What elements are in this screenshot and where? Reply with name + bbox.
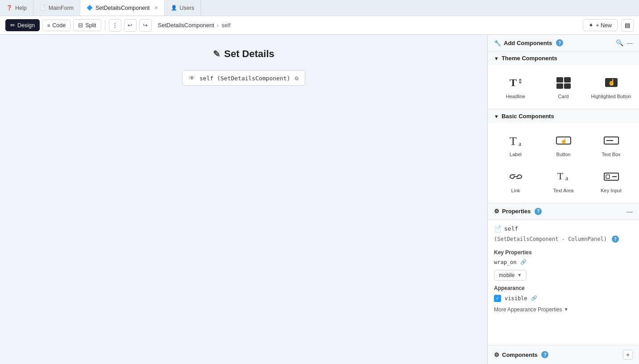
headline-label: Headline — [506, 93, 525, 99]
tab-users-label: Users — [180, 5, 195, 11]
properties-icon: ⚙ — [494, 208, 499, 215]
breadcrumb: SetDetailsComponent › self — [158, 22, 231, 29]
visibility-icon[interactable]: 👁 — [189, 74, 195, 82]
key-input-comp-label: Key Input — [601, 187, 621, 194]
plus-icon: ✦ — [589, 22, 593, 29]
components-help-badge[interactable]: ? — [541, 351, 548, 358]
design-icon: ✏ — [10, 22, 15, 29]
type-label-text: (SetDetailsComponent - ColumnPanel) — [494, 236, 607, 242]
wrap-on-value: mobile — [499, 272, 515, 278]
button-icon: ☝ — [555, 132, 573, 149]
svg-rect-18 — [606, 175, 610, 178]
wrap-on-key: wrap_on — [494, 259, 517, 265]
tab-setdetails-close[interactable]: ✕ — [154, 6, 158, 10]
basic-components-grid: T a Label ☝ Button — [488, 123, 639, 203]
svg-text:T: T — [510, 135, 517, 148]
code-label: Code — [52, 22, 66, 29]
tab-help[interactable]: ❓ Help — [0, 0, 33, 16]
code-icon: ≡ — [47, 23, 50, 28]
component-item-textarea[interactable]: T a Text Area — [540, 164, 587, 199]
breadcrumb-root[interactable]: SetDetailsComponent — [158, 22, 214, 29]
headline-icon: T ⇕ — [507, 74, 525, 91]
key-input-icon — [602, 169, 620, 185]
theme-section-label: Theme Components — [502, 55, 557, 62]
highlighted-button-icon: ☝ — [602, 74, 620, 91]
textarea-comp-label: Text Area — [553, 187, 574, 194]
add-components-help-badge[interactable]: ? — [556, 39, 563, 46]
redo-button[interactable]: ↪ — [139, 19, 152, 32]
components-scroll: 🔧 Add Components ? 🔍 — ▼ Theme Component… — [488, 35, 639, 203]
search-icon[interactable]: 🔍 — [616, 39, 623, 46]
component-item-textbox[interactable]: Text Box — [588, 128, 635, 162]
collapse-properties-button[interactable]: — — [627, 208, 633, 215]
breadcrumb-separator: › — [217, 22, 219, 29]
right-panel: 🔧 Add Components ? 🔍 — ▼ Theme Component… — [487, 35, 639, 364]
theme-components-header[interactable]: ▼ Theme Components — [488, 51, 639, 65]
layout-toggle-button[interactable]: ▤ — [621, 19, 634, 32]
breadcrumb-current: self — [221, 22, 230, 29]
properties-help-badge[interactable]: ? — [535, 208, 542, 215]
mainform-tab-icon: 📄 — [40, 5, 46, 11]
tab-help-label: Help — [15, 5, 27, 11]
tab-bar: ❓ Help 📄 MainForm 🔷 SetDetailsComponent … — [0, 0, 639, 16]
properties-header[interactable]: ⚙ Properties ? — — [488, 203, 639, 220]
redo-icon: ↪ — [143, 22, 148, 29]
split-label: Split — [85, 22, 96, 29]
undo-button[interactable]: ↩ — [124, 19, 137, 32]
add-components-header[interactable]: 🔧 Add Components ? 🔍 — — [488, 35, 639, 51]
component-item-highlighted-button[interactable]: ☝ Highlighted Button — [588, 70, 635, 104]
svg-text:a: a — [565, 175, 568, 182]
tab-mainform[interactable]: 📄 MainForm — [33, 0, 80, 16]
type-help-badge[interactable]: ? — [612, 236, 619, 243]
link-icon — [507, 169, 525, 185]
components-bottom-label: Components — [502, 352, 537, 358]
component-item-link[interactable]: Link — [492, 164, 539, 199]
split-button[interactable]: ⊟ Split — [73, 19, 101, 31]
code-button[interactable]: ≡ Code — [42, 20, 71, 31]
component-block[interactable]: 👁 self (SetDetailsComponent) ⚙ — [182, 70, 305, 86]
textbox-comp-label: Text Box — [602, 151, 620, 157]
visible-row: visible 🔗 — [494, 295, 633, 302]
new-label: + New — [596, 22, 612, 29]
tab-setdetails[interactable]: 🔷 SetDetailsComponent ✕ — [80, 0, 165, 16]
components-bottom-title: ⚙ Components ? — [494, 351, 548, 358]
svg-text:T: T — [557, 170, 564, 182]
new-button[interactable]: ✦ + New — [583, 19, 618, 31]
wrap-on-dropdown[interactable]: mobile ▼ — [494, 270, 527, 281]
more-appearance-button[interactable]: More Appearance Properties ▼ — [494, 306, 633, 313]
card-label: Card — [558, 93, 569, 99]
setdetails-tab-icon: 🔷 — [87, 5, 93, 11]
textarea-icon: T a — [555, 169, 573, 185]
key-properties-label: Key Properties — [494, 249, 532, 256]
theme-components-grid: T ⇕ Headline — [488, 65, 639, 109]
components-bottom-header[interactable]: ⚙ Components ? + — [488, 345, 639, 364]
components-bottom-icon: ⚙ — [494, 352, 499, 358]
collapse-add-components-button[interactable]: — — [627, 40, 633, 46]
highlighted-button-label: Highlighted Button — [591, 93, 631, 99]
component-item-label[interactable]: T a Label — [492, 128, 539, 162]
more-options-button[interactable]: ⋮ — [109, 19, 121, 32]
basic-components-header[interactable]: ▼ Basic Components — [488, 109, 639, 123]
textbox-icon — [602, 132, 620, 149]
link-comp-label: Link — [511, 187, 520, 194]
svg-rect-2 — [556, 77, 563, 83]
tab-users[interactable]: 👤 Users — [165, 0, 201, 16]
add-components-title: 🔧 Add Components ? — [494, 39, 563, 46]
properties-title: ⚙ Properties ? — [494, 208, 542, 215]
design-button[interactable]: ✏ Design — [5, 19, 40, 31]
component-item-card[interactable]: Card — [540, 70, 587, 104]
svg-rect-5 — [564, 83, 571, 89]
wrap-on-link-icon[interactable]: 🔗 — [520, 259, 527, 265]
add-component-button[interactable]: + — [623, 350, 633, 360]
component-settings-icon[interactable]: ⚙ — [295, 74, 299, 82]
button-comp-label: Button — [556, 151, 571, 157]
component-item-button[interactable]: ☝ Button — [540, 128, 587, 162]
basic-section-label: Basic Components — [502, 113, 554, 120]
component-item-headline[interactable]: T ⇕ Headline — [492, 70, 539, 104]
basic-components-title: ▼ Basic Components — [494, 113, 554, 120]
svg-rect-4 — [556, 83, 563, 89]
component-item-key-input[interactable]: Key Input — [588, 164, 635, 199]
appearance-label: Appearance — [494, 285, 525, 291]
visible-link-icon[interactable]: 🔗 — [531, 295, 537, 301]
visible-checkbox[interactable] — [494, 295, 501, 302]
